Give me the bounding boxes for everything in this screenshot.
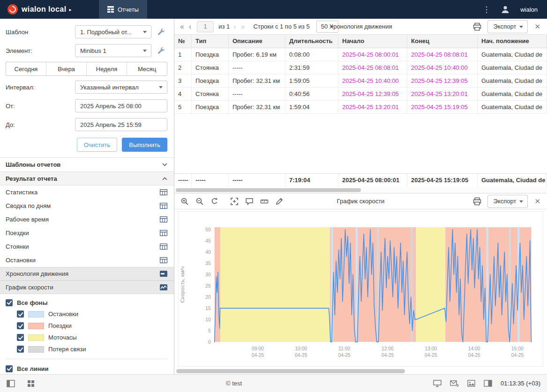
scrollbar-thumb[interactable] [176,369,405,373]
table-row[interactable]: 3ПоездкаПробег: 32.31 км1:59:052025-04-2… [174,74,547,88]
all-lines-row: Все линии [0,363,174,374]
interval-select-value: Указанный интервал [80,84,139,91]
table-horizontal-scrollbar[interactable] [174,187,547,193]
svg-text:50: 50 [205,226,211,232]
column-header[interactable]: Начало [338,35,407,48]
image-icon[interactable] [467,380,475,387]
interval-select[interactable]: Указанный интервал [75,81,167,94]
print-icon[interactable] [472,21,483,32]
table-row[interactable]: 5ПоездкаПробег: 32.31 км1:59:042025-04-2… [174,101,547,114]
page-number-input[interactable] [197,21,214,32]
column-header[interactable]: Конец [407,35,478,48]
messages-icon[interactable] [244,196,255,207]
checkbox-checked-icon[interactable] [6,365,13,372]
checkbox-checked-icon[interactable] [17,311,24,318]
chart-horizontal-scrollbar[interactable] [174,368,547,374]
column-header[interactable]: № [174,35,192,48]
content: Шаблон 1. Подробный от... Элемент: Minib… [0,19,547,374]
to-row: До: [0,115,174,134]
zoom-out-icon[interactable] [194,196,205,207]
more-menu-icon[interactable]: ⋮ [482,6,490,14]
table-body: 1ПоездкаПробег: 6.19 км0:08:002025-04-25… [174,48,547,114]
quick-tab-1[interactable]: Вчера [46,62,87,75]
result-item[interactable]: Хронология движения [0,267,174,281]
edit-pencil-icon[interactable] [274,196,285,207]
unit-select[interactable]: Minibus 1 [75,44,151,57]
next-page-button[interactable]: › [232,23,237,30]
user-icon[interactable] [501,5,510,14]
checkbox-checked-icon[interactable] [17,334,24,341]
statusbar-right: 01:13:35 (+03) [433,380,540,387]
column-header[interactable]: Описание [229,35,285,48]
chart-tools [179,196,285,207]
totals-cell: 7:19:04 [285,174,338,187]
result-item[interactable]: Остановки [0,253,174,267]
template-select[interactable]: 1. Подробный от... [75,25,151,38]
column-header[interactable]: Тип [192,35,229,48]
svg-text:04-25: 04-25 [511,352,524,358]
table-toolbar: « ‹ из 1 › » Строки с 1 по 5 из 5 50 Хро… [174,19,547,35]
scrollbar-thumb[interactable] [176,188,361,192]
ruler-icon[interactable] [259,196,270,207]
close-icon[interactable]: ✕ [532,22,542,31]
zoom-in-icon[interactable] [179,196,190,207]
last-page-button[interactable]: » [240,23,246,30]
prev-page-button[interactable]: ‹ [188,23,192,30]
logo-cursor-icon: ▸ [69,4,72,12]
result-item[interactable]: Сводка по дням [0,199,174,213]
tab-reports[interactable]: Отчеты [99,0,147,19]
table-panel-title: Хронология движения [329,23,392,30]
result-item[interactable]: Рабочее время [0,213,174,226]
first-page-button[interactable]: « [179,23,185,30]
from-row: От: [0,96,174,115]
select-area-icon[interactable] [229,196,240,207]
mail-notification-icon[interactable] [450,380,459,387]
zoom-reset-icon[interactable] [209,196,220,207]
svg-text:40: 40 [205,249,211,254]
table-icon [160,257,167,263]
table-row[interactable]: 2Стоянка-----2:31:592025-04-25 08:08:012… [174,61,547,74]
table-row[interactable]: 4Стоянка-----0:40:562025-04-25 12:39:052… [174,88,547,101]
export-button[interactable]: Экспорт [487,20,528,33]
section-report-result[interactable]: Результат отчета [0,171,174,185]
table-icon [160,203,167,209]
close-icon[interactable]: ✕ [532,197,542,206]
quick-tab-2[interactable]: Неделя [87,62,127,75]
monitor-icon[interactable] [433,380,442,387]
user-name[interactable]: wialon [520,6,538,13]
background-legend-item: Поездки [0,320,174,332]
result-item[interactable]: Статистика [0,185,174,199]
quick-tab-0[interactable]: Сегодня [6,62,46,75]
quick-tab-3[interactable]: Месяц [127,62,167,75]
column-header[interactable]: Нач. положение [478,35,547,48]
to-datetime-input[interactable] [75,118,167,131]
caret-down-icon [519,26,523,28]
section-report-templates[interactable]: Шаблоны отчетов [0,157,174,171]
clear-button[interactable]: Очистить [77,138,118,152]
svg-text:04-25: 04-25 [382,352,394,358]
result-item[interactable]: Поездки [0,226,174,240]
speed-chart-svg[interactable]: 0510152025303540455009:0004-2510:0004-25… [179,212,543,366]
table-cell: 2025-04-25 12:39:05 [407,74,478,88]
table-row[interactable]: 1ПоездкаПробег: 6.19 км0:08:002025-04-25… [174,48,547,61]
result-item[interactable]: Стоянки [0,240,174,253]
result-item[interactable]: График скорости [0,281,174,294]
checkbox-checked-icon[interactable] [17,346,24,353]
table-cell: 2025-04-25 13:20:01 [338,101,407,114]
execute-button[interactable]: Выполнить [122,138,167,152]
from-datetime-input[interactable] [75,99,167,112]
checkbox-checked-icon[interactable] [17,322,24,329]
apps-grid-icon[interactable] [27,380,35,387]
layout-toggle-icon[interactable] [7,380,15,387]
table-cell: 1:59:04 [285,101,338,114]
template-settings-wrench-icon[interactable] [155,26,167,38]
split-view-icon[interactable] [484,380,492,387]
column-header[interactable]: Длительность [285,35,338,48]
export-button[interactable]: Экспорт [487,195,528,208]
unit-label: Элемент: [6,47,71,54]
print-icon[interactable] [472,196,483,207]
caret-down-icon [143,31,147,33]
svg-text:30: 30 [205,271,211,277]
checkbox-checked-icon[interactable] [6,299,13,306]
unit-settings-wrench-icon[interactable] [155,44,167,57]
